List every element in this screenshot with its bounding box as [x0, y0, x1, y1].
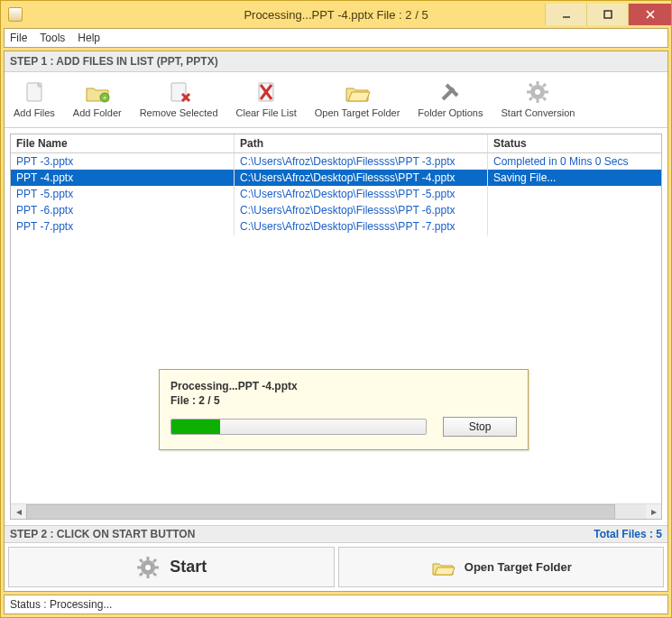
table-row[interactable]: PPT -6.pptxC:\Users\Afroz\Desktop\Filess…	[11, 202, 661, 218]
svg-line-33	[153, 559, 156, 562]
svg-line-21	[529, 84, 532, 87]
clear-list-button[interactable]: Clear File List	[227, 76, 306, 124]
col-header-name[interactable]: File Name	[11, 134, 235, 152]
cell-status: Saving File...	[488, 169, 661, 187]
add-folder-button[interactable]: + Add Folder	[64, 76, 131, 124]
svg-point-16	[535, 89, 540, 95]
svg-line-34	[140, 573, 143, 576]
table-header: File Name Path Status	[11, 134, 661, 153]
menu-file[interactable]: File	[10, 32, 27, 44]
toolbar: Add Files + Add Folder Remove Selected C…	[5, 72, 667, 128]
cell-status	[488, 224, 661, 229]
col-header-path[interactable]: Path	[235, 134, 488, 152]
scroll-track[interactable]	[26, 504, 646, 520]
table-body: PPT -3.pptxC:\Users\Afroz\Desktop\Filess…	[11, 153, 661, 503]
svg-point-26	[145, 565, 151, 570]
table-row[interactable]: PPT -7.pptxC:\Users\Afroz\Desktop\Filess…	[11, 218, 661, 235]
statusbar: Status : Processing...	[4, 595, 668, 614]
cell-name: PPT -7.pptx	[11, 217, 235, 235]
table-row[interactable]: PPT -5.pptxC:\Users\Afroz\Desktop\Filess…	[11, 186, 661, 202]
svg-line-23	[543, 84, 546, 87]
folder-open-icon	[430, 557, 456, 578]
scroll-thumb[interactable]	[26, 504, 615, 520]
file-clear-icon	[252, 79, 281, 105]
cell-path: C:\Users\Afroz\Desktop\Filessss\PPT -6.p…	[235, 201, 488, 219]
svg-line-24	[529, 97, 532, 100]
svg-text:+: +	[102, 94, 106, 102]
maximize-button[interactable]	[586, 4, 628, 25]
svg-line-31	[140, 559, 143, 562]
tools-icon	[436, 79, 465, 105]
start-conversion-button[interactable]: Start Conversion	[492, 76, 584, 124]
add-files-button[interactable]: Add Files	[5, 76, 64, 124]
cell-name: PPT -4.pptx	[11, 169, 235, 187]
close-button[interactable]	[628, 4, 671, 25]
file-table: File Name Path Status PPT -3.pptxC:\User…	[10, 134, 662, 520]
big-button-row: Start Open Target Folder	[5, 542, 667, 591]
step2-bar: STEP 2 : CLICK ON START BUTTON Total Fil…	[5, 525, 667, 542]
window-controls	[545, 4, 671, 25]
remove-selected-button[interactable]: Remove Selected	[131, 76, 227, 124]
step1-header: STEP 1 : ADD FILES IN LIST (PPT, PPTX)	[5, 51, 667, 72]
cell-path: C:\Users\Afroz\Desktop\Filessss\PPT -7.p…	[235, 217, 488, 235]
cell-path: C:\Users\Afroz\Desktop\Filessss\PPT -4.p…	[235, 169, 488, 187]
gear-icon	[135, 555, 161, 580]
folder-options-button[interactable]: Folder Options	[409, 76, 492, 124]
open-target-folder-button[interactable]: Open Target Folder	[306, 76, 410, 124]
svg-line-22	[543, 97, 546, 100]
folder-add-icon: +	[83, 79, 112, 105]
folder-open-icon	[343, 79, 372, 105]
gear-icon	[523, 79, 552, 105]
col-header-status[interactable]: Status	[488, 134, 661, 152]
stop-button[interactable]: Stop	[443, 417, 517, 437]
table-row[interactable]: PPT -3.pptxC:\Users\Afroz\Desktop\Filess…	[11, 153, 661, 170]
progress-fill	[171, 420, 220, 434]
open-target-big-button[interactable]: Open Target Folder	[338, 547, 665, 587]
cell-name: PPT -5.pptx	[11, 185, 235, 203]
start-button[interactable]: Start	[8, 547, 335, 587]
close-icon	[646, 10, 655, 19]
file-add-icon	[20, 79, 49, 105]
total-files-label: Total Files : 5	[594, 528, 662, 540]
titlebar: Processing...PPT -4.pptx File : 2 / 5	[1, 1, 671, 28]
cell-name: PPT -6.pptx	[11, 201, 235, 219]
maximize-icon	[603, 10, 612, 19]
menu-help[interactable]: Help	[78, 32, 100, 44]
app-window: Processing...PPT -4.pptx File : 2 / 5 Fi…	[0, 0, 672, 618]
file-remove-icon	[164, 79, 193, 105]
minimize-icon	[562, 10, 571, 19]
app-icon	[8, 7, 23, 22]
progress-dialog: Processing...PPT -4.pptx File : 2 / 5 St…	[159, 369, 529, 450]
progress-bar	[170, 419, 427, 435]
cell-status	[488, 191, 661, 197]
cell-path: C:\Users\Afroz\Desktop\Filessss\PPT -5.p…	[235, 185, 488, 203]
progress-text: Processing...PPT -4.pptx File : 2 / 5	[170, 379, 517, 408]
scroll-right-button[interactable]: ▸	[646, 504, 661, 520]
scroll-left-button[interactable]: ◂	[11, 504, 26, 520]
cell-status	[488, 208, 661, 213]
content-panel: STEP 1 : ADD FILES IN LIST (PPT, PPTX) A…	[4, 51, 668, 592]
svg-line-32	[153, 573, 156, 576]
table-row[interactable]: PPT -4.pptxC:\Users\Afroz\Desktop\Filess…	[11, 170, 661, 186]
step2-header: STEP 2 : CLICK ON START BUTTON	[10, 528, 594, 540]
minimize-button[interactable]	[545, 4, 586, 25]
menu-tools[interactable]: Tools	[40, 32, 65, 44]
menubar: File Tools Help	[4, 28, 668, 48]
horizontal-scrollbar[interactable]: ◂ ▸	[11, 503, 661, 519]
svg-rect-1	[604, 11, 612, 18]
